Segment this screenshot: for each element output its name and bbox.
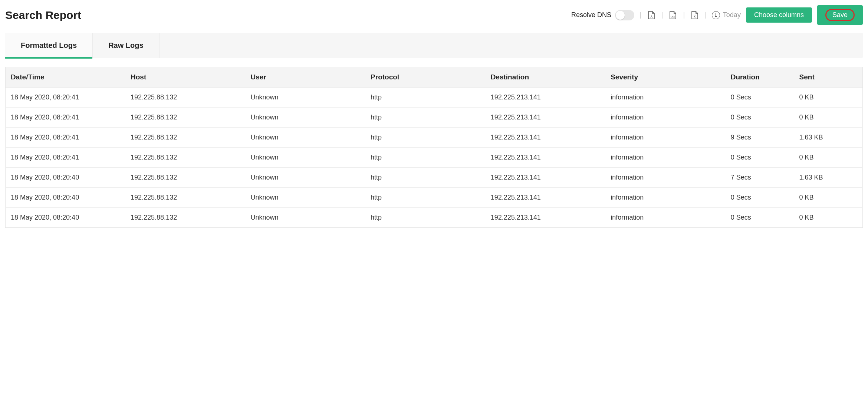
cell-duration: 7 Secs xyxy=(726,168,794,188)
cell-duration: 0 Secs xyxy=(726,188,794,208)
cell-severity: information xyxy=(605,168,726,188)
svg-text:X: X xyxy=(694,15,696,18)
table-row[interactable]: 18 May 2020, 08:20:40192.225.88.132Unkno… xyxy=(6,168,863,188)
resolve-dns-toggle[interactable] xyxy=(615,10,634,20)
cell-severity: information xyxy=(605,108,726,128)
cell-host: 192.225.88.132 xyxy=(125,88,246,108)
tab-raw-logs[interactable]: Raw Logs xyxy=(93,33,159,58)
cell-user: Unknown xyxy=(246,208,366,228)
export-xls-icon[interactable]: X xyxy=(690,10,700,20)
cell-protocol: http xyxy=(365,208,486,228)
cell-date: 18 May 2020, 08:20:40 xyxy=(6,188,126,208)
cell-sent: 1.63 KB xyxy=(794,168,863,188)
cell-protocol: http xyxy=(365,188,486,208)
col-header-duration[interactable]: Duration xyxy=(726,67,794,88)
save-button-label: Save xyxy=(825,9,855,21)
divider: | xyxy=(661,11,663,19)
page-header: Search Report Resolve DNS | 人 | CSV | X xyxy=(5,5,863,25)
cell-date: 18 May 2020, 08:20:40 xyxy=(6,168,126,188)
cell-date: 18 May 2020, 08:20:40 xyxy=(6,208,126,228)
cell-sent: 0 KB xyxy=(794,208,863,228)
cell-protocol: http xyxy=(365,148,486,168)
cell-user: Unknown xyxy=(246,168,366,188)
table-row[interactable]: 18 May 2020, 08:20:40192.225.88.132Unkno… xyxy=(6,208,863,228)
resolve-dns-control: Resolve DNS xyxy=(571,10,634,20)
cell-duration: 0 Secs xyxy=(726,108,794,128)
cell-sent: 0 KB xyxy=(794,148,863,168)
cell-severity: information xyxy=(605,88,726,108)
cell-protocol: http xyxy=(365,168,486,188)
cell-sent: 0 KB xyxy=(794,188,863,208)
cell-user: Unknown xyxy=(246,148,366,168)
time-filter[interactable]: L Today xyxy=(712,11,741,19)
cell-user: Unknown xyxy=(246,108,366,128)
cell-host: 192.225.88.132 xyxy=(125,208,246,228)
table-row[interactable]: 18 May 2020, 08:20:41192.225.88.132Unkno… xyxy=(6,108,863,128)
cell-host: 192.225.88.132 xyxy=(125,148,246,168)
cell-destination: 192.225.213.141 xyxy=(486,148,606,168)
cell-duration: 9 Secs xyxy=(726,128,794,148)
cell-protocol: http xyxy=(365,108,486,128)
cell-protocol: http xyxy=(365,128,486,148)
col-header-sent[interactable]: Sent xyxy=(794,67,863,88)
save-button[interactable]: Save xyxy=(817,5,863,25)
logs-table: Date/Time Host User Protocol Destination… xyxy=(5,67,863,228)
divider: | xyxy=(705,11,707,19)
cell-sent: 0 KB xyxy=(794,88,863,108)
export-csv-icon[interactable]: CSV xyxy=(668,10,678,20)
svg-text:CSV: CSV xyxy=(671,16,675,18)
cell-date: 18 May 2020, 08:20:41 xyxy=(6,128,126,148)
page-title: Search Report xyxy=(5,9,81,22)
cell-host: 192.225.88.132 xyxy=(125,188,246,208)
table-row[interactable]: 18 May 2020, 08:20:41192.225.88.132Unkno… xyxy=(6,128,863,148)
tabs-bar: Formatted Logs Raw Logs xyxy=(5,33,863,58)
resolve-dns-label: Resolve DNS xyxy=(571,11,611,19)
cell-protocol: http xyxy=(365,88,486,108)
cell-user: Unknown xyxy=(246,128,366,148)
cell-user: Unknown xyxy=(246,88,366,108)
cell-date: 18 May 2020, 08:20:41 xyxy=(6,88,126,108)
cell-host: 192.225.88.132 xyxy=(125,128,246,148)
cell-destination: 192.225.213.141 xyxy=(486,208,606,228)
col-header-destination[interactable]: Destination xyxy=(486,67,606,88)
col-header-date[interactable]: Date/Time xyxy=(6,67,126,88)
cell-sent: 0 KB xyxy=(794,108,863,128)
col-header-protocol[interactable]: Protocol xyxy=(365,67,486,88)
clock-icon: L xyxy=(712,11,720,19)
divider: | xyxy=(640,11,641,19)
table-row[interactable]: 18 May 2020, 08:20:40192.225.88.132Unkno… xyxy=(6,188,863,208)
cell-destination: 192.225.213.141 xyxy=(486,88,606,108)
cell-severity: information xyxy=(605,148,726,168)
cell-host: 192.225.88.132 xyxy=(125,168,246,188)
col-header-user[interactable]: User xyxy=(246,67,366,88)
time-filter-label: Today xyxy=(723,11,741,19)
cell-date: 18 May 2020, 08:20:41 xyxy=(6,108,126,128)
cell-duration: 0 Secs xyxy=(726,88,794,108)
cell-duration: 0 Secs xyxy=(726,208,794,228)
cell-severity: information xyxy=(605,208,726,228)
cell-destination: 192.225.213.141 xyxy=(486,188,606,208)
cell-severity: information xyxy=(605,128,726,148)
table-row[interactable]: 18 May 2020, 08:20:41192.225.88.132Unkno… xyxy=(6,88,863,108)
cell-sent: 1.63 KB xyxy=(794,128,863,148)
choose-columns-button[interactable]: Choose columns xyxy=(746,7,812,23)
cell-duration: 0 Secs xyxy=(726,148,794,168)
col-header-severity[interactable]: Severity xyxy=(605,67,726,88)
svg-text:人: 人 xyxy=(650,15,652,18)
cell-date: 18 May 2020, 08:20:41 xyxy=(6,148,126,168)
col-header-host[interactable]: Host xyxy=(125,67,246,88)
table-header-row: Date/Time Host User Protocol Destination… xyxy=(6,67,863,88)
export-pdf-icon[interactable]: 人 xyxy=(647,10,656,20)
cell-destination: 192.225.213.141 xyxy=(486,168,606,188)
cell-destination: 192.225.213.141 xyxy=(486,108,606,128)
divider: | xyxy=(683,11,685,19)
header-actions: Resolve DNS | 人 | CSV | X | L xyxy=(571,5,863,25)
cell-severity: information xyxy=(605,188,726,208)
tab-formatted-logs[interactable]: Formatted Logs xyxy=(5,33,93,58)
cell-host: 192.225.88.132 xyxy=(125,108,246,128)
cell-destination: 192.225.213.141 xyxy=(486,128,606,148)
cell-user: Unknown xyxy=(246,188,366,208)
table-row[interactable]: 18 May 2020, 08:20:41192.225.88.132Unkno… xyxy=(6,148,863,168)
